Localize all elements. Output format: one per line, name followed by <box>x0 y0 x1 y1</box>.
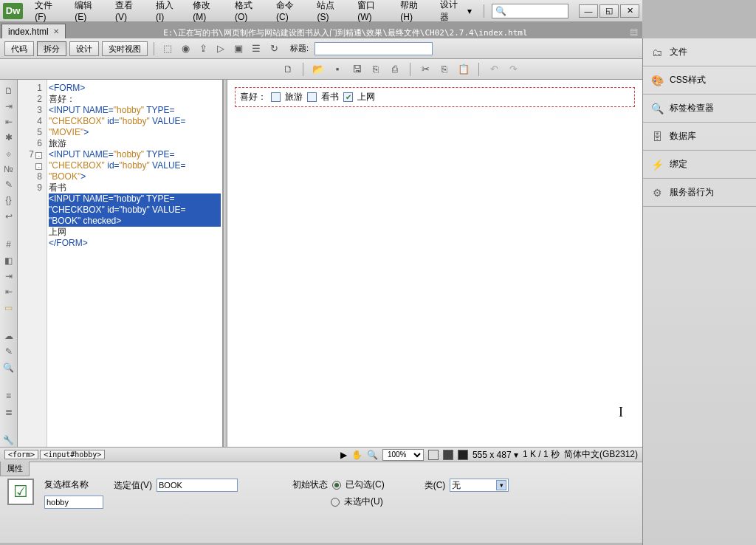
menu-file[interactable]: 文件(F) <box>29 0 69 24</box>
chevron-down-icon: ▾ <box>496 480 506 490</box>
window-size2-icon[interactable] <box>443 450 453 460</box>
menu-window[interactable]: 窗口(W) <box>351 0 394 24</box>
snippet-icon[interactable]: ◧ <box>2 254 16 267</box>
radio-unchecked[interactable] <box>331 498 340 507</box>
separator <box>303 63 303 76</box>
workspace-dropdown[interactable]: 设计器 ▾ <box>436 0 476 25</box>
comment-icon[interactable]: ▭ <box>2 301 16 314</box>
browser-nav-icon[interactable]: ⇪ <box>196 41 210 56</box>
close-button[interactable]: ✕ <box>620 4 639 18</box>
menu-command[interactable]: 命令(C) <box>270 0 311 24</box>
panel-bindings[interactable]: ⚡ 绑定 <box>643 151 756 179</box>
window-size-icon[interactable] <box>428 450 439 460</box>
file-mgmt-icon[interactable]: ▷ <box>213 41 228 56</box>
hash-icon[interactable]: # <box>2 239 16 251</box>
design-view-button[interactable]: 设计 <box>69 41 99 56</box>
tag-selector-input[interactable]: <input#hobby> <box>40 450 105 459</box>
search-input[interactable]: 🔍 <box>492 4 568 18</box>
checkbox-name-input[interactable] <box>44 496 103 509</box>
list2-icon[interactable]: ≣ <box>2 405 16 418</box>
indent-icon[interactable]: ⇥ <box>2 270 16 282</box>
fold-icon[interactable]: - <box>35 163 42 170</box>
syntax-icon[interactable]: {} <box>2 194 16 207</box>
dimensions[interactable]: 555 x 487 ▾ <box>472 450 518 460</box>
restore-button[interactable]: ◱ <box>599 4 619 18</box>
checkbox-book[interactable] <box>307 92 317 102</box>
code-view-button[interactable]: 代码 <box>4 41 34 56</box>
menu-modify[interactable]: 修改(M) <box>187 0 229 24</box>
code-editor[interactable]: <FORM> 喜好： <INPUT NAME="hobby" TYPE= "CH… <box>47 80 223 447</box>
minimize-button[interactable]: — <box>579 4 598 18</box>
print-icon[interactable]: ⎙ <box>388 62 402 77</box>
select-parent-icon[interactable]: ✱ <box>2 131 16 144</box>
menu-format[interactable]: 格式(O) <box>229 0 270 24</box>
copy2-icon[interactable]: ⎘ <box>437 62 452 77</box>
zoom-icon[interactable]: 🔍 <box>367 450 378 460</box>
class-select[interactable]: 无▾ <box>450 479 509 492</box>
format-icon[interactable]: ✎ <box>2 346 16 358</box>
preview-icon[interactable]: ▣ <box>231 41 246 56</box>
menu-edit[interactable]: 编辑(E) <box>69 0 109 24</box>
new-icon[interactable]: 🗋 <box>281 62 295 77</box>
document-tab[interactable]: index.html ✕ <box>1 24 66 38</box>
browse-icon[interactable]: ▪ <box>330 62 345 77</box>
list1-icon[interactable]: ≡ <box>2 390 16 402</box>
redo-icon[interactable]: ↷ <box>506 62 520 77</box>
save-icon[interactable]: 🖫 <box>349 62 364 77</box>
text-cursor-icon: I <box>619 405 623 420</box>
copy-icon[interactable]: ⎘ <box>368 62 383 77</box>
open-icon[interactable]: 📂 <box>311 62 326 77</box>
tab-close-icon[interactable]: ✕ <box>53 27 59 35</box>
checkbox-movie[interactable] <box>271 92 281 102</box>
collapse-icon[interactable]: ⇥ <box>2 100 16 112</box>
split-view-button[interactable]: 拆分 <box>37 41 66 56</box>
recent-icon[interactable]: ☁ <box>2 330 16 343</box>
refresh-icon[interactable]: ↻ <box>267 41 281 56</box>
live-code-icon[interactable]: ◉ <box>178 41 193 56</box>
radio-checked[interactable] <box>332 481 341 490</box>
pointer-icon[interactable]: ▶ <box>340 450 347 460</box>
panel-css[interactable]: 🎨 CSS样式 <box>643 66 756 95</box>
panel-server-behaviors[interactable]: ⚙ 服务器行为 <box>643 179 756 207</box>
tag-icon: 🔍 <box>650 103 664 114</box>
balance-icon[interactable]: ⟐ <box>2 147 16 160</box>
panel-database[interactable]: 🗄 数据库 <box>643 123 756 151</box>
paste-icon[interactable]: 📋 <box>456 62 471 77</box>
path-menu-icon[interactable]: ▤ <box>625 25 642 38</box>
line-gutter: 1 2 3 4 5 6 7- - 8 9 <box>18 80 47 447</box>
panel-tag-inspector[interactable]: 🔍 标签检查器 <box>643 95 756 123</box>
options-icon[interactable]: ☰ <box>249 41 264 56</box>
cut-icon[interactable]: ✂ <box>418 62 433 77</box>
workspace-label: 设计器 <box>440 0 464 24</box>
form-outline[interactable]: 喜好： 旅游 看书 ✔ 上网 <box>235 87 635 107</box>
menu-site[interactable]: 站点(S) <box>311 0 351 24</box>
selected-value-input[interactable] <box>157 479 238 492</box>
open-docs-icon[interactable]: 🗋 <box>2 84 16 97</box>
properties-tab[interactable]: 属性 <box>0 462 30 476</box>
menu-view[interactable]: 查看(V) <box>109 0 150 24</box>
opt-travel: 旅游 <box>285 91 303 103</box>
live-view-button[interactable]: 实时视图 <box>102 41 148 56</box>
line-num-icon[interactable]: № <box>2 162 16 175</box>
hand-icon[interactable]: ✋ <box>351 450 362 460</box>
window-size3-icon[interactable] <box>458 450 468 460</box>
highlight-icon[interactable]: ✎ <box>2 179 16 191</box>
menu-insert[interactable]: 插入(I) <box>150 0 187 24</box>
tool-icon[interactable]: 🔧 <box>2 434 16 447</box>
inspect-icon[interactable]: ⬚ <box>160 41 175 56</box>
menu-help[interactable]: 帮助(H) <box>394 0 435 24</box>
title-label: 标题: <box>290 43 309 54</box>
checkbox-book2[interactable]: ✔ <box>343 92 353 102</box>
find-icon[interactable]: 🔍 <box>2 361 16 374</box>
design-view[interactable]: 喜好： 旅游 看书 ✔ 上网 I <box>227 80 642 447</box>
wrap-icon[interactable]: ↩ <box>2 210 16 222</box>
panel-files[interactable]: 🗂 文件 <box>643 38 756 66</box>
tag-selector-form[interactable]: <form> <box>4 450 38 459</box>
separator <box>410 63 410 76</box>
title-input[interactable] <box>315 42 433 55</box>
out-icon[interactable]: ⇤ <box>2 286 16 298</box>
expand-icon[interactable]: ⇤ <box>2 116 16 128</box>
undo-icon[interactable]: ↶ <box>487 62 501 77</box>
zoom-select[interactable]: 100% <box>382 449 424 461</box>
fold-icon[interactable]: - <box>35 152 42 159</box>
